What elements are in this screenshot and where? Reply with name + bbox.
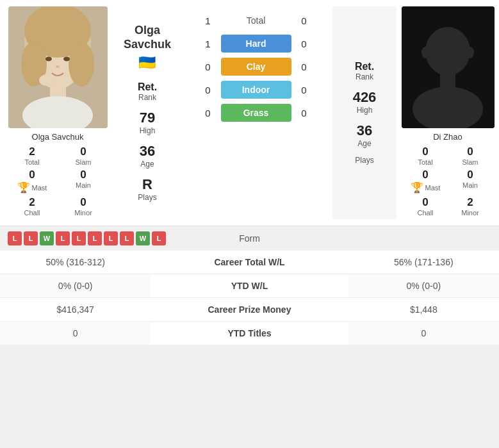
grass-btn[interactable]: Grass — [221, 104, 291, 122]
form-badge-3: L — [56, 231, 70, 245]
stats-right-1: 0% (0-0) — [348, 274, 499, 298]
mast-main-row-left: 0 🏆 Mast 0 Main — [6, 169, 109, 194]
rank-value-left: Ret. — [138, 81, 157, 93]
hard-score-right: 0 — [291, 38, 317, 49]
stats-right-3: 0 — [348, 322, 499, 345]
minor-stat-left: 0 Minor — [67, 196, 99, 217]
minor-stat-right: 2 Minor — [454, 196, 486, 217]
svg-point-17 — [466, 47, 474, 58]
high-value-right: 426 — [353, 89, 377, 106]
total-btn[interactable]: Total — [221, 12, 291, 29]
stats-table: 50% (316-312)Career Total W/L56% (171-13… — [0, 251, 499, 345]
stats-table-row: $416,347Career Prize Money$1,448 — [0, 298, 499, 322]
svg-rect-14 — [440, 74, 455, 88]
svg-point-5 — [69, 42, 94, 87]
hard-row: 1 Hard 0 — [179, 35, 332, 53]
mast-stat-left: 0 🏆 Mast — [16, 169, 48, 194]
hard-btn[interactable]: Hard — [221, 35, 291, 53]
plays-stat-left: R Plays — [138, 176, 156, 202]
rank-stat-right: Ret. Rank — [355, 61, 374, 81]
player-mid-right: Ret. Rank 426 High 36 Age Plays — [332, 6, 397, 219]
stats-table-row: 0YTD Titles0 — [0, 322, 499, 345]
svg-point-9 — [63, 57, 70, 62]
main-stat-right: 0 Main — [454, 169, 486, 194]
age-label-right: Age — [357, 139, 372, 148]
player-stats-left-container: 2 Total 0 Slam 0 🏆 Mast — [0, 145, 115, 219]
form-badge-5: L — [88, 231, 102, 245]
stats-table-row: 50% (316-312)Career Total W/L56% (171-13… — [0, 251, 499, 274]
form-badge-7: L — [120, 231, 134, 245]
stats-right-0: 56% (171-136) — [348, 251, 499, 274]
indoor-score-right: 0 — [291, 85, 317, 95]
grass-score-right: 0 — [291, 108, 317, 119]
grass-score-left: 0 — [195, 108, 221, 119]
plays-value-left: R — [138, 176, 156, 193]
rank-stat-left: Ret. Rank — [138, 81, 157, 102]
age-value-right: 36 — [357, 122, 372, 139]
svg-point-16 — [421, 47, 429, 58]
chall-value-left: 2 — [16, 196, 48, 209]
main-value-right: 0 — [454, 169, 486, 181]
minor-value-left: 0 — [67, 196, 99, 209]
age-stat-right: 36 Age — [357, 122, 372, 148]
player-name-left: Olga Savchuk — [32, 132, 84, 142]
main-label-left: Main — [67, 181, 99, 189]
total-stat-right: 0 Total — [409, 145, 441, 166]
form-badge-9: L — [152, 231, 166, 245]
form-badge-8: W — [136, 231, 150, 245]
minor-value-right: 2 — [454, 196, 486, 209]
total-value-right: 0 — [409, 145, 441, 158]
form-section: LLWLLLLLWL Form — [0, 226, 499, 251]
form-badge-2: W — [40, 231, 54, 245]
chall-minor-row-left: 2 Chall 0 Minor — [6, 196, 109, 217]
main-value-left: 0 — [67, 169, 99, 181]
main-stat-left: 0 Main — [67, 169, 99, 194]
mast-stat-right: 0 🏆 Mast — [409, 169, 441, 194]
total-slam-row-right: 0 Total 0 Slam — [403, 145, 493, 166]
chall-stat-left: 2 Chall — [16, 196, 48, 217]
player-right: Di Zhao 0 Total 0 Slam 0 — [397, 6, 499, 219]
mast-label-left: Mast — [32, 184, 47, 192]
total-score-right: 0 — [291, 15, 317, 26]
trophy-icon-right: 🏆 — [411, 181, 423, 194]
high-stat-right: 426 High — [353, 89, 377, 115]
clay-btn[interactable]: Clay — [221, 58, 291, 76]
hard-score-left: 1 — [195, 38, 221, 49]
form-badges: LLWLLLLLWL — [8, 231, 219, 245]
total-score-left: 1 — [195, 15, 221, 26]
left-last-name: Savchuk — [124, 38, 171, 51]
rank-label-right: Rank — [355, 72, 374, 81]
form-badge-4: L — [72, 231, 86, 245]
total-label-left: Total — [16, 158, 48, 166]
mast-value-right: 0 — [409, 169, 441, 181]
indoor-btn[interactable]: Indoor — [221, 81, 291, 99]
slam-value-right: 0 — [454, 145, 486, 158]
total-row: 1 Total 0 — [179, 12, 332, 29]
high-stat-left: 79 High — [140, 110, 156, 135]
stats-left-2: $416,347 — [0, 298, 151, 322]
svg-point-11 — [39, 74, 54, 86]
slam-label-left: Slam — [67, 158, 99, 166]
main-container: Olga Savchuk 2 Total 0 Slam 0 — [0, 0, 499, 345]
mast-value-left: 0 — [16, 169, 48, 181]
total-slam-row-left: 2 Total 0 Slam — [6, 145, 109, 166]
svg-point-8 — [45, 57, 52, 62]
chall-label-left: Chall — [16, 209, 48, 217]
player-name-right: Di Zhao — [433, 132, 462, 142]
age-stat-left: 36 Age — [140, 143, 155, 169]
plays-stat-right: Plays — [355, 156, 373, 165]
stats-center-0: Career Total W/L — [151, 251, 348, 274]
total-value-left: 2 — [16, 145, 48, 158]
indoor-score-left: 0 — [195, 85, 221, 95]
main-label-right: Main — [454, 181, 486, 189]
slam-stat-left: 0 Slam — [67, 145, 99, 166]
minor-label-left: Minor — [67, 209, 99, 217]
slam-value-left: 0 — [67, 145, 99, 158]
form-badge-1: L — [24, 231, 38, 245]
rank-label-left: Rank — [138, 93, 157, 102]
mast-label-right: Mast — [425, 184, 441, 192]
player-left: Olga Savchuk 2 Total 0 Slam 0 — [0, 6, 115, 219]
clay-score-left: 0 — [195, 62, 221, 72]
total-label-right: Total — [409, 158, 441, 166]
form-label: Form — [224, 233, 275, 244]
